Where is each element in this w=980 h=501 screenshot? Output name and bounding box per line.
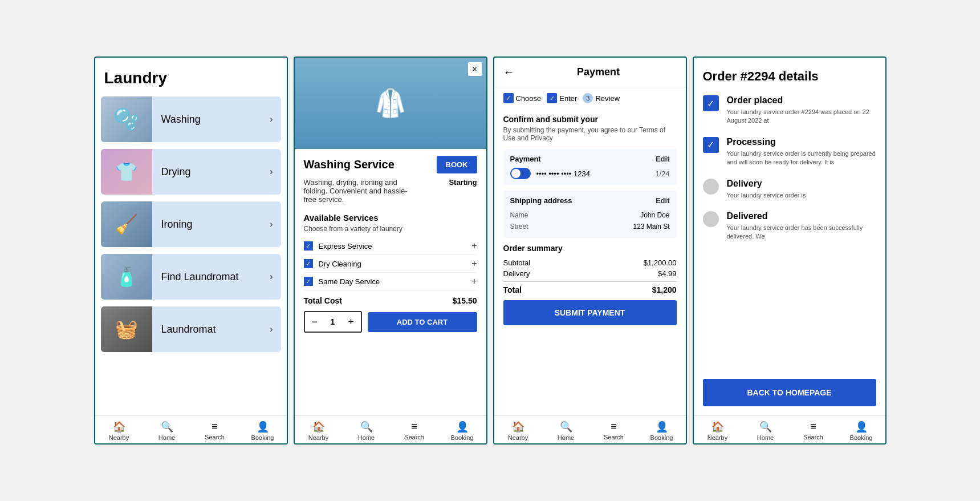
laundromat-arrow-icon: › [270, 324, 280, 334]
delivered-circle-icon [703, 211, 719, 227]
delivery-title: Delivery [727, 179, 806, 189]
add-to-cart-button[interactable]: ADD TO CART [368, 312, 477, 332]
find-laundromat-label: Find Laundromat [152, 271, 270, 283]
shipping-section-header: Shipping address Edit [510, 196, 670, 205]
payment-section: Payment Edit •••• •••• •••• 1234 1/24 [503, 149, 677, 185]
book-button[interactable]: BOOK [437, 156, 477, 173]
total-value: $15.50 [453, 296, 477, 305]
service-image: 🥼 [295, 58, 486, 149]
drying-label: Drying [152, 166, 270, 178]
s3-booking-icon: 👤 [656, 421, 668, 433]
name-label: Name [510, 211, 528, 219]
s3-nav-nearby[interactable]: 🏠 Nearby [494, 421, 542, 441]
processing-desc: Your laundry service order is currently … [727, 150, 876, 167]
s3-nav-booking[interactable]: 👤 Booking [638, 421, 686, 441]
edit-shipping-link[interactable]: Edit [656, 196, 670, 205]
s2-nav-search[interactable]: ≡ Search [391, 421, 438, 441]
home-icon: 🔍 [161, 421, 173, 433]
nav-home[interactable]: 🔍 Home [143, 421, 191, 441]
card-number: •••• •••• •••• 1234 [536, 169, 650, 178]
name-value: John Doe [640, 211, 669, 219]
ironing-label: Ironing [152, 219, 270, 231]
drying-image [101, 149, 152, 195]
screen1-bottom-nav: 🏠 Nearby 🔍 Home ≡ Search 👤 Booking [95, 415, 287, 443]
close-button[interactable]: × [468, 62, 482, 76]
payment-back-button[interactable]: ← [503, 66, 515, 79]
review-num-icon: 3 [583, 93, 593, 103]
s4-home-label: Home [757, 434, 774, 441]
screen4-bottom-nav: 🏠 Nearby 🔍 Home ≡ Search 👤 Booking [694, 415, 885, 443]
s4-nearby-label: Nearby [707, 434, 727, 441]
delivery-body: Delivery Your laundry service order is [727, 179, 806, 200]
menu-item-find-laundromat[interactable]: Find Laundromat › [101, 254, 281, 300]
screen-order-details: Order #2294 details Order placed Your la… [693, 56, 887, 445]
delivery-circle [703, 179, 719, 195]
menu-item-washing[interactable]: Washing › [101, 96, 281, 142]
nearby-label: Nearby [109, 434, 129, 441]
total-row: Total Cost $15.50 [304, 296, 477, 305]
s2-nearby-icon: 🏠 [312, 421, 325, 433]
s4-booking-icon: 👤 [855, 421, 868, 433]
s4-search-label: Search [803, 434, 823, 441]
screen-laundry-menu: Laundry Washing › Drying › Ironing › Fin… [94, 56, 288, 445]
s2-search-icon: ≡ [411, 421, 417, 433]
s2-home-icon: 🔍 [360, 421, 373, 433]
menu-item-drying[interactable]: Drying › [101, 149, 281, 195]
s3-nav-home[interactable]: 🔍 Home [542, 421, 590, 441]
s4-nav-nearby[interactable]: 🏠 Nearby [694, 421, 742, 441]
enter-label: Enter [559, 94, 577, 103]
processing-title: Processing [727, 137, 876, 147]
s4-nav-booking[interactable]: 👤 Booking [837, 421, 885, 441]
menu-item-laundromat[interactable]: Laundromat › [101, 306, 281, 352]
order-summary-section: Order summary Subtotal $1,200.00 Deliver… [503, 244, 677, 294]
s3-nearby-label: Nearby [508, 434, 528, 441]
submit-payment-button[interactable]: SUBMIT PAYMENT [503, 300, 677, 325]
order-placed-title: Order placed [727, 95, 876, 106]
find-laundromat-image [101, 254, 152, 300]
cart-row: − 1 + ADD TO CART [304, 311, 477, 333]
s3-nav-search[interactable]: ≡ Search [590, 421, 638, 441]
s3-booking-label: Booking [650, 434, 673, 441]
service-description: Washing, drying, ironing and folding. Co… [304, 178, 418, 204]
payment-toggle[interactable] [510, 168, 531, 179]
nav-nearby[interactable]: 🏠 Nearby [95, 421, 143, 441]
menu-item-ironing[interactable]: Ironing › [101, 201, 281, 247]
subtotal-value: $1,200.00 [644, 258, 677, 267]
quantity-decrease-button[interactable]: − [305, 312, 324, 332]
nav-search[interactable]: ≡ Search [191, 421, 239, 441]
dry-cleaning-checkbox-icon [304, 259, 313, 268]
drying-arrow-icon: › [270, 167, 280, 177]
step-processing: Processing Your laundry service order is… [703, 137, 876, 167]
payment-section-header: Payment Edit [510, 155, 670, 163]
shipping-section: Shipping address Edit Name John Doe Stre… [503, 191, 677, 238]
delivery-row: Delivery $4.99 [503, 268, 677, 279]
edit-payment-link[interactable]: Edit [656, 155, 670, 163]
s2-nav-home[interactable]: 🔍 Home [343, 421, 391, 441]
confirm-desc: By submitting the payment, you agree to … [503, 126, 677, 142]
order-placed-desc: Your laundry service order #2294 was pla… [727, 108, 876, 126]
service-item-express[interactable]: Express Service + [304, 237, 477, 255]
s4-nav-search[interactable]: ≡ Search [790, 421, 837, 441]
express-plus-icon: + [471, 241, 477, 251]
service-content: Washing Service BOOK Washing, drying, ir… [295, 149, 486, 415]
delivery-label: Delivery [503, 269, 530, 278]
service-item-same-day[interactable]: Same Day Service + [304, 273, 477, 290]
quantity-increase-button[interactable]: + [341, 312, 361, 332]
s2-nav-nearby[interactable]: 🏠 Nearby [295, 421, 343, 441]
delivered-title: Delivered [727, 211, 876, 221]
delivery-value: $4.99 [658, 269, 677, 278]
service-item-dry-cleaning[interactable]: Dry Cleaning + [304, 255, 477, 273]
ironing-arrow-icon: › [270, 219, 280, 229]
nav-booking[interactable]: 👤 Booking [239, 421, 287, 441]
starting-label: Starting [449, 178, 477, 187]
s4-nearby-icon: 🏠 [711, 421, 724, 433]
s4-nav-home[interactable]: 🔍 Home [742, 421, 790, 441]
quantity-control: − 1 + [304, 311, 362, 333]
back-to-homepage-button[interactable]: BACK TO HOMEPAGE [703, 379, 876, 406]
ironing-image [101, 201, 152, 247]
s2-booking-icon: 👤 [456, 421, 469, 433]
s2-nav-booking[interactable]: 👤 Booking [438, 421, 486, 441]
street-row: Street 123 Main St [510, 221, 670, 232]
screen-washing-service: 🥼 × Washing Service BOOK Washing, drying… [294, 56, 487, 445]
confirm-title: Confirm and submit your [503, 115, 677, 124]
